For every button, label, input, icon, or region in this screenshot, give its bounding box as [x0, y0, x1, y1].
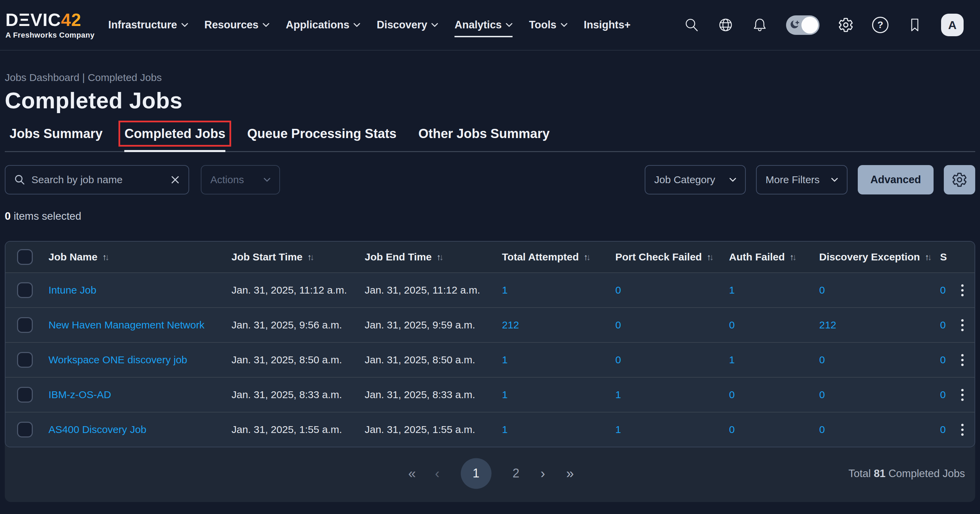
sort-icon: ↑↓ — [789, 252, 797, 262]
theme-toggle[interactable] — [786, 15, 819, 35]
table-settings-button[interactable] — [944, 165, 975, 195]
row-checkbox[interactable] — [17, 352, 33, 368]
pagination-next-icon[interactable]: › — [541, 466, 545, 480]
job-start-time: Jan. 31, 2025, 8:50 a.m. — [232, 354, 365, 366]
chevron-down-icon — [353, 23, 360, 27]
nav-item-analytics[interactable]: Analytics — [455, 13, 512, 37]
toggle-knob — [802, 17, 818, 34]
search-icon[interactable] — [684, 17, 699, 33]
port-check-failed-link[interactable]: 1 — [615, 389, 729, 401]
row-actions-kebab-icon[interactable] — [959, 282, 966, 299]
job-category-dropdown[interactable]: Job Category — [645, 165, 746, 195]
discovery-exception-link[interactable]: 0 — [819, 284, 940, 296]
row-actions-kebab-icon[interactable] — [959, 317, 966, 333]
s-column-link[interactable]: 0 — [940, 319, 959, 331]
total-attempted-link[interactable]: 1 — [502, 354, 615, 366]
row-actions-kebab-icon[interactable] — [959, 422, 966, 438]
auth-failed-link[interactable]: 1 — [729, 354, 819, 366]
job-name-link[interactable]: Intune Job — [48, 284, 232, 296]
discovery-exception-link[interactable]: 0 — [819, 354, 940, 366]
auth-failed-link[interactable]: 0 — [729, 424, 819, 436]
column-header-job-end-time[interactable]: Job End Time ↑↓ — [365, 251, 502, 263]
row-checkbox[interactable] — [17, 317, 33, 333]
table-row: IBM-z-OS-AD Jan. 31, 2025, 8:33 a.m. Jan… — [5, 377, 975, 412]
total-attempted-link[interactable]: 212 — [502, 319, 615, 331]
row-checkbox[interactable] — [17, 422, 33, 437]
toolbar: Actions Job Category More Filters Advanc… — [5, 165, 975, 195]
logo-text: DΞVIC42 — [5, 11, 95, 29]
nav-item-discovery[interactable]: Discovery — [377, 13, 438, 37]
job-name-link[interactable]: Workspace ONE discovery job — [48, 354, 232, 366]
pagination-page-2[interactable]: 2 — [512, 467, 519, 479]
total-count: 81 — [874, 468, 885, 479]
breadcrumb[interactable]: Jobs Dashboard | Completed Jobs — [5, 72, 975, 83]
pagination-first-icon[interactable]: « — [408, 466, 414, 480]
nav-item-insights-plus[interactable]: Insights+ — [584, 13, 631, 37]
chevron-down-icon — [561, 23, 568, 27]
device42-logo[interactable]: DΞVIC42 A Freshworks Company — [5, 11, 95, 39]
chevron-down-icon — [729, 178, 736, 182]
s-column-link[interactable]: 0 — [940, 424, 959, 436]
total-attempted-link[interactable]: 1 — [502, 284, 615, 296]
job-name-link[interactable]: New Haven Management Network — [48, 319, 232, 331]
row-actions-kebab-icon[interactable] — [959, 352, 966, 368]
row-actions-kebab-icon[interactable] — [959, 387, 966, 403]
tab-queue-processing-stats[interactable]: Queue Processing Stats — [247, 126, 396, 152]
port-check-failed-link[interactable]: 0 — [615, 354, 729, 366]
tab-completed-jobs[interactable]: Completed Jobs — [124, 126, 225, 152]
help-icon[interactable]: ? — [872, 17, 888, 33]
column-header-s-truncated[interactable]: S — [940, 251, 959, 263]
column-header-job-start-time[interactable]: Job Start Time ↑↓ — [232, 251, 365, 263]
nav-item-resources[interactable]: Resources — [205, 13, 270, 37]
s-column-link[interactable]: 0 — [940, 284, 959, 296]
s-column-link[interactable]: 0 — [940, 389, 959, 401]
pagination-prev-icon[interactable]: ‹ — [435, 466, 439, 480]
discovery-exception-link[interactable]: 0 — [819, 424, 940, 436]
bookmark-icon[interactable] — [907, 17, 923, 33]
nav-item-tools[interactable]: Tools — [529, 13, 567, 37]
discovery-exception-link[interactable]: 0 — [819, 389, 940, 401]
column-header-auth-failed[interactable]: Auth Failed ↑↓ — [729, 251, 819, 263]
row-checkbox[interactable] — [17, 282, 33, 298]
pagination-last-icon[interactable]: » — [566, 466, 572, 480]
settings-gear-icon[interactable] — [838, 17, 854, 33]
clear-search-icon[interactable] — [170, 175, 180, 185]
actions-dropdown[interactable]: Actions — [201, 165, 280, 195]
tab-other-jobs-summary[interactable]: Other Jobs Summary — [418, 126, 549, 152]
column-header-total-attempted[interactable]: Total Attempted ↑↓ — [502, 251, 615, 263]
auth-failed-link[interactable]: 0 — [729, 389, 819, 401]
auth-failed-link[interactable]: 0 — [729, 319, 819, 331]
more-filters-dropdown[interactable]: More Filters — [756, 165, 848, 195]
nav-item-applications[interactable]: Applications — [286, 13, 360, 37]
discovery-exception-link[interactable]: 212 — [819, 319, 940, 331]
nav-item-infrastructure[interactable]: Infrastructure — [108, 13, 188, 37]
job-end-time: Jan. 31, 2025, 8:50 a.m. — [365, 354, 502, 366]
notifications-bell-icon[interactable] — [752, 17, 768, 33]
globe-icon[interactable] — [718, 17, 733, 33]
search-input[interactable] — [32, 174, 164, 185]
job-start-time: Jan. 31, 2025, 1:55 a.m. — [232, 424, 365, 436]
chevron-down-icon — [264, 178, 270, 182]
select-all-checkbox[interactable] — [17, 249, 33, 265]
pagination: « ‹ 1 2 › » — [408, 458, 572, 489]
total-attempted-link[interactable]: 1 — [502, 424, 615, 436]
job-name-link[interactable]: IBM-z-OS-AD — [48, 389, 232, 401]
user-avatar[interactable]: A — [941, 14, 964, 36]
advanced-button[interactable]: Advanced — [858, 165, 934, 195]
s-column-link[interactable]: 0 — [940, 354, 959, 366]
port-check-failed-link[interactable]: 0 — [615, 284, 729, 296]
port-check-failed-link[interactable]: 1 — [615, 424, 729, 436]
pagination-page-1[interactable]: 1 — [461, 458, 492, 489]
port-check-failed-link[interactable]: 0 — [615, 319, 729, 331]
search-box[interactable] — [5, 165, 189, 195]
total-count-summary: Total 81 Completed Jobs — [848, 468, 965, 480]
total-attempted-link[interactable]: 1 — [502, 389, 615, 401]
column-header-job-name[interactable]: Job Name ↑↓ — [48, 251, 232, 263]
toolbar-right-group: Job Category More Filters Advanced — [645, 165, 975, 195]
row-checkbox[interactable] — [17, 387, 33, 402]
auth-failed-link[interactable]: 1 — [729, 284, 819, 296]
column-header-port-check-failed[interactable]: Port Check Failed ↑↓ — [615, 251, 729, 263]
tab-jobs-summary[interactable]: Jobs Summary — [10, 126, 102, 152]
column-header-discovery-exception[interactable]: Discovery Exception ↑↓ — [819, 251, 940, 263]
job-name-link[interactable]: AS400 Discovery Job — [48, 424, 232, 436]
